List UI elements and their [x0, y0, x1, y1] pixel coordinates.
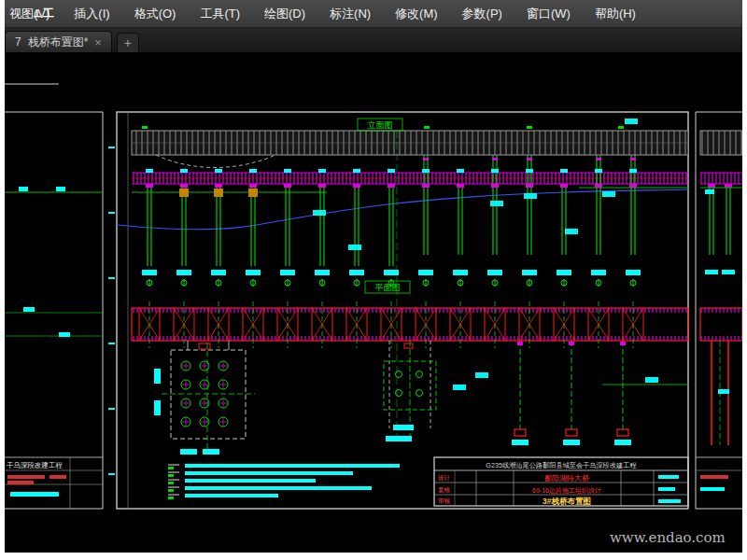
- menu-modify[interactable]: 修改(M): [383, 0, 450, 27]
- tab-close-icon[interactable]: ×: [94, 36, 102, 49]
- menu-view[interactable]: 视图(V): [0, 0, 62, 27]
- menu-format[interactable]: 格式(O): [122, 0, 189, 27]
- title-block: G235线潮汕尾公路鄱阳县城至会干乌深段改建工程 鄱阳湖特大桥 69-16边跨施…: [434, 457, 688, 506]
- sheet-subtitle: 69-16边跨施工组织设计: [532, 487, 601, 495]
- menu-insert[interactable]: 插入(I): [62, 0, 121, 27]
- frame-tick-marks: [108, 147, 115, 475]
- right-sheet: [696, 112, 742, 509]
- menu-bar: 视图(V) 插入(I) 格式(O) 工具(T) 绘图(D) 标注(N) 修改(M…: [5, 0, 742, 28]
- drawing-tab-bar: 7 栈桥布置图* × +: [5, 28, 742, 53]
- dimension-marks: [313, 119, 658, 390]
- cad-canvas[interactable]: 干乌深段改建工程: [5, 53, 742, 553]
- menu-dimension[interactable]: 标注(N): [317, 0, 383, 27]
- menu-parametric[interactable]: 参数(P): [450, 0, 514, 27]
- left-sheet: 干乌深段改建工程: [5, 84, 103, 509]
- watermark: www.endao.com: [610, 529, 726, 546]
- tab-title: 栈桥布置图*: [28, 35, 89, 50]
- project-title: G235线潮汕尾公路鄱阳县城至会干乌深段改建工程: [486, 461, 637, 469]
- tb-label-review: 审核: [438, 497, 451, 504]
- left-sheet-title-fragment: 干乌深段改建工程: [7, 461, 63, 469]
- menu-draw[interactable]: 绘图(D): [252, 0, 317, 27]
- bridge-name: 鄱阳湖特大桥: [544, 474, 589, 483]
- notes-legend: [168, 464, 400, 499]
- tab-number: 7: [15, 35, 21, 49]
- drawing-canvas[interactable]: 干乌深段改建工程: [5, 53, 742, 553]
- menu-window[interactable]: 窗口(W): [514, 0, 583, 27]
- sheet-name: 3#栈桥布置图: [543, 497, 591, 506]
- menu-help[interactable]: 帮助(H): [583, 0, 648, 27]
- menu-tools[interactable]: 工具(T): [188, 0, 252, 27]
- tb-label-check: 复核: [438, 486, 451, 494]
- tb-label-design: 设计: [438, 474, 451, 481]
- plan-details: [139, 301, 643, 455]
- tab-trestle-layout[interactable]: 7 栈桥布置图* ×: [5, 31, 112, 52]
- elevation-label: 立面图: [368, 120, 393, 130]
- cad-application-window: 视图(V) 插入(I) 格式(O) 工具(T) 绘图(D) 标注(N) 修改(M…: [5, 0, 742, 553]
- plan-label: 平面图: [375, 283, 401, 292]
- plus-icon: +: [124, 35, 132, 50]
- elevation-view: [117, 131, 688, 438]
- new-tab-button[interactable]: +: [117, 33, 139, 52]
